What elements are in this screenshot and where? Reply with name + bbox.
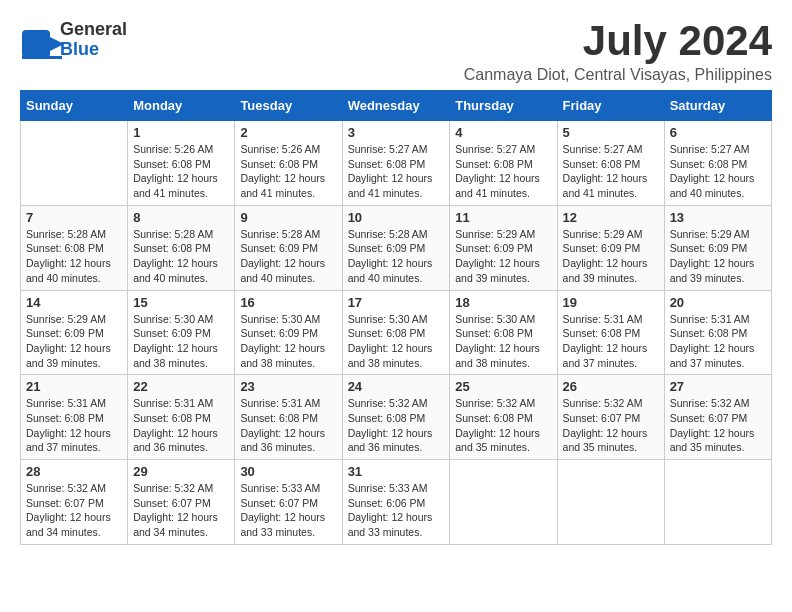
calendar-cell: 6Sunrise: 5:27 AMSunset: 6:08 PMDaylight…	[664, 121, 771, 206]
calendar-cell: 13Sunrise: 5:29 AMSunset: 6:09 PMDayligh…	[664, 205, 771, 290]
calendar-week-3: 14Sunrise: 5:29 AMSunset: 6:09 PMDayligh…	[21, 290, 772, 375]
cell-content: Sunrise: 5:26 AMSunset: 6:08 PMDaylight:…	[133, 142, 229, 201]
calendar-cell: 20Sunrise: 5:31 AMSunset: 6:08 PMDayligh…	[664, 290, 771, 375]
header-tuesday: Tuesday	[235, 91, 342, 121]
calendar-cell: 11Sunrise: 5:29 AMSunset: 6:09 PMDayligh…	[450, 205, 557, 290]
month-title: July 2024	[464, 20, 772, 62]
logo-icon	[20, 22, 56, 58]
cell-content: Sunrise: 5:28 AMSunset: 6:09 PMDaylight:…	[240, 227, 336, 286]
cell-content: Sunrise: 5:33 AMSunset: 6:07 PMDaylight:…	[240, 481, 336, 540]
day-number: 14	[26, 295, 122, 310]
calendar-cell: 29Sunrise: 5:32 AMSunset: 6:07 PMDayligh…	[128, 460, 235, 545]
header-saturday: Saturday	[664, 91, 771, 121]
cell-content: Sunrise: 5:32 AMSunset: 6:07 PMDaylight:…	[563, 396, 659, 455]
calendar-cell	[450, 460, 557, 545]
calendar-cell: 28Sunrise: 5:32 AMSunset: 6:07 PMDayligh…	[21, 460, 128, 545]
day-number: 3	[348, 125, 445, 140]
location-title: Canmaya Diot, Central Visayas, Philippin…	[464, 66, 772, 84]
calendar-cell: 1Sunrise: 5:26 AMSunset: 6:08 PMDaylight…	[128, 121, 235, 206]
title-area: July 2024 Canmaya Diot, Central Visayas,…	[464, 20, 772, 84]
logo-text: General Blue	[60, 20, 127, 60]
day-number: 15	[133, 295, 229, 310]
calendar-week-5: 28Sunrise: 5:32 AMSunset: 6:07 PMDayligh…	[21, 460, 772, 545]
day-number: 19	[563, 295, 659, 310]
svg-marker-1	[48, 36, 64, 52]
day-number: 23	[240, 379, 336, 394]
cell-content: Sunrise: 5:27 AMSunset: 6:08 PMDaylight:…	[348, 142, 445, 201]
logo-blue-text: Blue	[60, 40, 127, 60]
calendar-cell: 12Sunrise: 5:29 AMSunset: 6:09 PMDayligh…	[557, 205, 664, 290]
day-number: 4	[455, 125, 551, 140]
calendar-cell: 5Sunrise: 5:27 AMSunset: 6:08 PMDaylight…	[557, 121, 664, 206]
cell-content: Sunrise: 5:27 AMSunset: 6:08 PMDaylight:…	[563, 142, 659, 201]
day-number: 6	[670, 125, 766, 140]
cell-content: Sunrise: 5:30 AMSunset: 6:08 PMDaylight:…	[348, 312, 445, 371]
calendar-cell: 23Sunrise: 5:31 AMSunset: 6:08 PMDayligh…	[235, 375, 342, 460]
day-number: 7	[26, 210, 122, 225]
day-number: 30	[240, 464, 336, 479]
logo-general-text: General	[60, 20, 127, 40]
calendar-cell: 16Sunrise: 5:30 AMSunset: 6:09 PMDayligh…	[235, 290, 342, 375]
cell-content: Sunrise: 5:29 AMSunset: 6:09 PMDaylight:…	[455, 227, 551, 286]
day-number: 24	[348, 379, 445, 394]
calendar-cell: 21Sunrise: 5:31 AMSunset: 6:08 PMDayligh…	[21, 375, 128, 460]
calendar-cell: 2Sunrise: 5:26 AMSunset: 6:08 PMDaylight…	[235, 121, 342, 206]
calendar-cell: 3Sunrise: 5:27 AMSunset: 6:08 PMDaylight…	[342, 121, 450, 206]
day-number: 8	[133, 210, 229, 225]
calendar-cell: 31Sunrise: 5:33 AMSunset: 6:06 PMDayligh…	[342, 460, 450, 545]
cell-content: Sunrise: 5:31 AMSunset: 6:08 PMDaylight:…	[670, 312, 766, 371]
calendar-week-4: 21Sunrise: 5:31 AMSunset: 6:08 PMDayligh…	[21, 375, 772, 460]
cell-content: Sunrise: 5:29 AMSunset: 6:09 PMDaylight:…	[670, 227, 766, 286]
calendar-cell: 7Sunrise: 5:28 AMSunset: 6:08 PMDaylight…	[21, 205, 128, 290]
cell-content: Sunrise: 5:26 AMSunset: 6:08 PMDaylight:…	[240, 142, 336, 201]
day-number: 28	[26, 464, 122, 479]
calendar-cell: 17Sunrise: 5:30 AMSunset: 6:08 PMDayligh…	[342, 290, 450, 375]
calendar-cell	[21, 121, 128, 206]
calendar-cell: 14Sunrise: 5:29 AMSunset: 6:09 PMDayligh…	[21, 290, 128, 375]
svg-rect-0	[22, 30, 50, 58]
day-number: 21	[26, 379, 122, 394]
day-number: 11	[455, 210, 551, 225]
calendar-header-row: SundayMondayTuesdayWednesdayThursdayFrid…	[21, 91, 772, 121]
cell-content: Sunrise: 5:32 AMSunset: 6:07 PMDaylight:…	[133, 481, 229, 540]
header-sunday: Sunday	[21, 91, 128, 121]
header-thursday: Thursday	[450, 91, 557, 121]
day-number: 20	[670, 295, 766, 310]
calendar-cell	[557, 460, 664, 545]
day-number: 16	[240, 295, 336, 310]
day-number: 31	[348, 464, 445, 479]
day-number: 13	[670, 210, 766, 225]
header-monday: Monday	[128, 91, 235, 121]
calendar-cell: 4Sunrise: 5:27 AMSunset: 6:08 PMDaylight…	[450, 121, 557, 206]
day-number: 18	[455, 295, 551, 310]
calendar-cell: 30Sunrise: 5:33 AMSunset: 6:07 PMDayligh…	[235, 460, 342, 545]
cell-content: Sunrise: 5:29 AMSunset: 6:09 PMDaylight:…	[26, 312, 122, 371]
calendar-cell	[664, 460, 771, 545]
day-number: 12	[563, 210, 659, 225]
day-number: 25	[455, 379, 551, 394]
cell-content: Sunrise: 5:30 AMSunset: 6:08 PMDaylight:…	[455, 312, 551, 371]
calendar-cell: 9Sunrise: 5:28 AMSunset: 6:09 PMDaylight…	[235, 205, 342, 290]
day-number: 1	[133, 125, 229, 140]
calendar-cell: 10Sunrise: 5:28 AMSunset: 6:09 PMDayligh…	[342, 205, 450, 290]
calendar-cell: 19Sunrise: 5:31 AMSunset: 6:08 PMDayligh…	[557, 290, 664, 375]
day-number: 5	[563, 125, 659, 140]
day-number: 10	[348, 210, 445, 225]
page-header: General Blue July 2024 Canmaya Diot, Cen…	[20, 20, 772, 84]
calendar-cell: 18Sunrise: 5:30 AMSunset: 6:08 PMDayligh…	[450, 290, 557, 375]
day-number: 17	[348, 295, 445, 310]
cell-content: Sunrise: 5:27 AMSunset: 6:08 PMDaylight:…	[670, 142, 766, 201]
cell-content: Sunrise: 5:31 AMSunset: 6:08 PMDaylight:…	[563, 312, 659, 371]
day-number: 26	[563, 379, 659, 394]
calendar-cell: 27Sunrise: 5:32 AMSunset: 6:07 PMDayligh…	[664, 375, 771, 460]
cell-content: Sunrise: 5:31 AMSunset: 6:08 PMDaylight:…	[26, 396, 122, 455]
cell-content: Sunrise: 5:31 AMSunset: 6:08 PMDaylight:…	[240, 396, 336, 455]
cell-content: Sunrise: 5:32 AMSunset: 6:08 PMDaylight:…	[348, 396, 445, 455]
cell-content: Sunrise: 5:32 AMSunset: 6:07 PMDaylight:…	[670, 396, 766, 455]
header-friday: Friday	[557, 91, 664, 121]
cell-content: Sunrise: 5:33 AMSunset: 6:06 PMDaylight:…	[348, 481, 445, 540]
day-number: 29	[133, 464, 229, 479]
calendar-cell: 25Sunrise: 5:32 AMSunset: 6:08 PMDayligh…	[450, 375, 557, 460]
header-wednesday: Wednesday	[342, 91, 450, 121]
cell-content: Sunrise: 5:29 AMSunset: 6:09 PMDaylight:…	[563, 227, 659, 286]
